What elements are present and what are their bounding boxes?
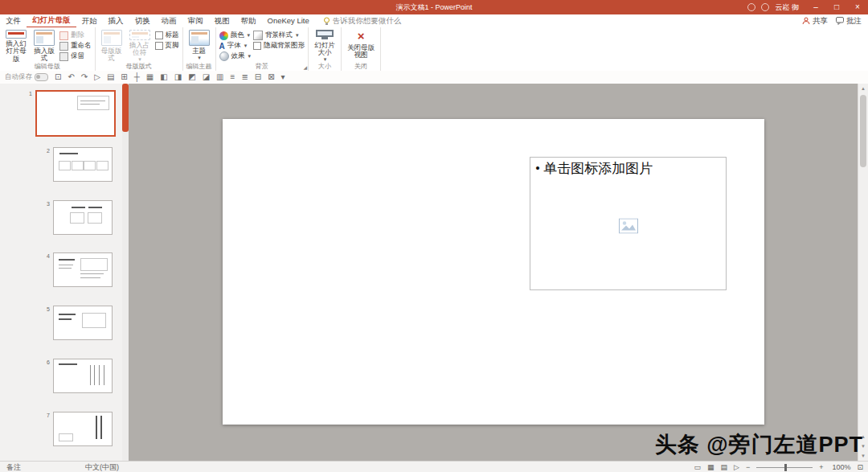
print-icon[interactable]: ▤ — [107, 71, 114, 84]
preserve-button[interactable]: 保留 — [59, 51, 92, 61]
slide-thumbnail-layout-6[interactable] — [53, 359, 113, 393]
insert-slide-master-icon — [6, 30, 27, 39]
slide-thumbnail-layout-4[interactable] — [53, 252, 113, 287]
guides-icon[interactable]: ┼ — [134, 71, 140, 84]
master-layout-label: 母版版式 — [99, 47, 125, 63]
zoom-level[interactable]: 100% — [829, 463, 850, 471]
tell-me-search[interactable]: 告诉我你想要做什么 — [323, 16, 402, 27]
fit-to-window-icon[interactable]: ⊡ — [857, 462, 863, 472]
zoom-slider-thumb[interactable] — [784, 464, 787, 471]
insert-slide-master-button[interactable]: 插入幻灯片母版 — [3, 29, 29, 63]
slide-size-button[interactable]: 幻灯片大小 ▾ — [312, 29, 338, 63]
dialog-launcher-icon[interactable]: ◢ — [303, 65, 307, 70]
zoom-slider[interactable] — [756, 467, 813, 468]
qat-more-icon[interactable]: ▾ — [281, 71, 285, 84]
effects-button[interactable]: 效果 ▾ — [219, 51, 252, 61]
tab-insert[interactable]: 插入 — [103, 14, 129, 27]
slideshow-view-icon[interactable]: ▷ — [734, 462, 739, 472]
footers-checkbox[interactable]: 页脚 — [155, 41, 179, 51]
thumbnail-scrollbar[interactable] — [122, 84, 129, 461]
slide-thumbnail-master[interactable] — [35, 90, 116, 137]
master-layout-button[interactable]: 母版版式 — [99, 29, 125, 63]
tab-onekey-lite[interactable]: OneKey Lite — [262, 14, 315, 27]
undo-icon[interactable]: ↶ — [68, 71, 74, 84]
scroll-up-icon[interactable]: ▲ — [861, 84, 866, 93]
minimize-button[interactable]: – — [805, 0, 826, 14]
send-backward-icon[interactable]: ⊟ — [255, 71, 261, 84]
start-slideshow-icon[interactable]: ▷ — [94, 71, 100, 84]
thumbnail-row-4: 4 — [42, 252, 113, 287]
slide-number: 1 — [24, 90, 32, 96]
delete-button[interactable]: 删除 — [59, 31, 92, 40]
close-button[interactable]: × — [847, 0, 868, 14]
tab-view[interactable]: 视图 — [209, 14, 235, 27]
zoom-in-icon[interactable]: + — [819, 462, 823, 472]
grid-icon[interactable]: ⊞ — [121, 71, 127, 84]
tab-review[interactable]: 审阅 — [182, 14, 209, 27]
snap-icon[interactable]: ▦ — [146, 71, 154, 84]
user-name[interactable]: 云崧 御 — [775, 2, 799, 13]
align-right-icon[interactable]: ◨ — [174, 71, 182, 84]
normal-view-icon[interactable]: ▭ — [694, 462, 701, 472]
canvas-scrollbar-thumb[interactable] — [860, 95, 866, 167]
share-button[interactable]: 共享 — [802, 16, 828, 27]
footers-checkbox-label: 页脚 — [166, 41, 179, 51]
title-bar: 演示文稿1 - PowerPoint 云崧 御 – □ × — [0, 0, 868, 14]
slide-editing-surface[interactable]: • 单击图标添加图片 — [223, 119, 764, 425]
slide-thumbnail-layout-2[interactable] — [53, 147, 113, 182]
slide-thumbnail-layout-7[interactable] — [53, 412, 113, 446]
autosave-toggle[interactable]: 自动保存 — [5, 72, 48, 82]
slide-number: 2 — [42, 147, 50, 154]
language-indicator[interactable]: 中文(中国) — [85, 462, 119, 472]
align-top-icon[interactable]: ◩ — [188, 71, 195, 84]
color-wheel-icon — [219, 31, 228, 40]
thumbnail-row-7: 7 — [42, 412, 113, 446]
chevron-down-icon: ▾ — [324, 56, 327, 63]
maximize-button[interactable]: □ — [826, 0, 847, 14]
notifications-icon[interactable] — [761, 3, 769, 11]
title-checkbox-box — [155, 31, 163, 39]
insert-placeholder-button[interactable]: 插入占位符 ▾ — [127, 29, 153, 63]
align-text-icon[interactable]: ≡ — [231, 71, 235, 84]
redo-icon[interactable]: ↷ — [81, 71, 88, 84]
themes-button[interactable]: 主题 ▾ — [186, 29, 212, 63]
close-master-view-button[interactable]: × 关闭母版视图 — [345, 29, 377, 63]
insert-slide-master-label: 插入幻灯片母版 — [3, 40, 29, 63]
comment-bubble-icon — [836, 17, 844, 25]
tab-slide-master[interactable]: 幻灯片母版 — [27, 14, 76, 28]
group-label-close: 关闭 — [342, 63, 380, 71]
hide-background-graphics-checkbox[interactable]: 隐藏背景图形 — [253, 41, 305, 51]
notes-button[interactable]: 备注 — [6, 462, 21, 472]
rename-button[interactable]: 重命名 — [59, 41, 92, 51]
tab-transitions[interactable]: 切换 — [129, 14, 156, 27]
fonts-button[interactable]: A 字体 ▾ — [219, 41, 252, 51]
insert-layout-button[interactable]: 插入版式 — [31, 29, 57, 63]
insert-picture-icon[interactable] — [619, 219, 638, 234]
tab-file[interactable]: 文件 — [0, 14, 27, 27]
list-icon[interactable]: ≣ — [241, 71, 248, 84]
reading-view-icon[interactable]: ▤ — [720, 462, 727, 472]
title-checkbox[interactable]: 标题 — [155, 31, 179, 40]
comments-button[interactable]: 批注 — [836, 16, 862, 27]
align-left-icon[interactable]: ◧ — [160, 71, 167, 84]
background-styles-icon — [253, 31, 263, 40]
align-bottom-icon[interactable]: ◪ — [203, 71, 210, 84]
background-styles-button[interactable]: 背景样式 ▾ — [253, 31, 305, 40]
canvas-scrollbar[interactable]: ▲ ▲ ▼ ▼ — [858, 84, 868, 461]
distribute-icon[interactable]: ▥ — [216, 71, 223, 84]
tab-animations[interactable]: 动画 — [156, 14, 182, 27]
account-badge-icon[interactable] — [747, 3, 755, 11]
colors-button[interactable]: 颜色 ▾ — [219, 31, 252, 40]
thumbnail-scrollbar-thumb[interactable] — [122, 84, 129, 132]
slide-sorter-view-icon[interactable]: ▦ — [707, 462, 714, 472]
zoom-out-icon[interactable]: − — [746, 462, 750, 472]
tab-help[interactable]: 帮助 — [235, 14, 262, 27]
save-icon[interactable]: ⊡ — [55, 71, 61, 84]
slide-thumbnail-layout-3[interactable] — [53, 200, 113, 235]
picture-placeholder[interactable]: • 单击图标添加图片 — [530, 157, 727, 290]
slide-thumbnail-layout-5[interactable] — [53, 306, 113, 340]
bring-forward-icon[interactable]: ⊠ — [268, 71, 274, 84]
delete-label: 删除 — [71, 31, 84, 40]
close-master-x-icon: × — [358, 30, 365, 43]
tab-home[interactable]: 开始 — [76, 14, 103, 27]
